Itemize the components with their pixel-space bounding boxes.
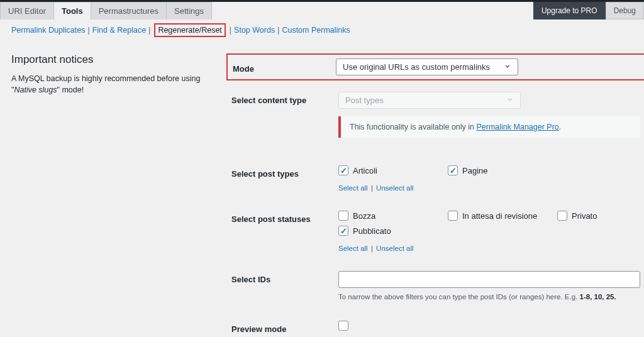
checkbox-privato[interactable]: Privato xyxy=(557,211,644,221)
notices-column: Important notices A MySQL backup is high… xyxy=(11,53,213,337)
mysql-backup-notice: A MySQL backup is highly recommended bef… xyxy=(11,74,213,96)
separator: | xyxy=(230,26,231,35)
post-types-row: Select post types Articoli Pagine Select… xyxy=(231,165,644,192)
content-type-select: Post types xyxy=(338,92,521,109)
mode-label: Mode xyxy=(233,60,336,74)
tab-settings[interactable]: Settings xyxy=(166,2,212,19)
post-statuses-helper: Select all | Unselect all xyxy=(338,245,644,252)
checkbox-in-attesa[interactable]: In attesa di revisione xyxy=(448,211,548,221)
post-types-label: Select post types xyxy=(231,165,338,179)
post-statuses-grid: Bozza In attesa di revisione Privato Pub… xyxy=(338,211,644,236)
preview-mode-label: Preview mode xyxy=(231,321,338,334)
main-content: Important notices A MySQL backup is high… xyxy=(0,41,644,337)
mode-select[interactable]: Use original URLs as custom permalinks xyxy=(336,58,518,75)
tab-tools[interactable]: Tools xyxy=(53,2,91,19)
permalink-manager-pro-link[interactable]: Permalink Manager Pro xyxy=(477,123,559,131)
checkbox-icon xyxy=(448,211,458,221)
checkbox-icon xyxy=(448,165,458,175)
checkbox-icon xyxy=(338,211,348,221)
post-statuses-row: Select post statuses Bozza In attesa di … xyxy=(231,211,644,252)
tab-debug[interactable]: Debug xyxy=(606,2,644,19)
content-type-select-value: Post types xyxy=(338,92,521,109)
post-types-grid: Articoli Pagine xyxy=(338,165,644,175)
separator: | xyxy=(277,26,279,35)
select-ids-description: To narrow the above filters you can type… xyxy=(338,292,644,302)
subnav-custom-permalinks[interactable]: Custom Permalinks xyxy=(282,26,350,35)
subnav-regenerate-active[interactable]: Regenerate/Reset xyxy=(154,23,225,37)
select-all-link[interactable]: Select all xyxy=(338,245,368,252)
tab-uri-editor[interactable]: URI Editor xyxy=(0,2,54,19)
unselect-all-link[interactable]: Unselect all xyxy=(376,245,413,252)
checkbox-icon xyxy=(338,165,348,175)
pro-only-notice: This functionality is available only in … xyxy=(338,116,640,138)
select-ids-input[interactable] xyxy=(338,271,640,288)
separator: | xyxy=(148,26,150,35)
separator: | xyxy=(87,26,89,35)
subnav-find-replace[interactable]: Find & Replace xyxy=(92,26,146,35)
checkbox-articoli[interactable]: Articoli xyxy=(338,165,439,175)
post-types-helper: Select all | Unselect all xyxy=(338,184,644,192)
notices-heading: Important notices xyxy=(11,53,213,66)
tab-upgrade-pro[interactable]: Upgrade to PRO xyxy=(533,2,606,19)
subnav-stop-words[interactable]: Stop Words xyxy=(234,26,275,35)
unselect-all-link[interactable]: Unselect all xyxy=(376,184,413,192)
content-type-label: Select content type xyxy=(231,92,338,105)
mode-select-value: Use original URLs as custom permalinks xyxy=(336,58,518,75)
mode-row-highlighted: Mode Use original URLs as custom permali… xyxy=(226,53,644,80)
checkbox-icon xyxy=(338,226,348,236)
checkbox-icon xyxy=(338,321,348,331)
checkbox-bozza[interactable]: Bozza xyxy=(338,211,439,221)
select-ids-label: Select IDs xyxy=(231,271,338,284)
checkbox-pagine[interactable]: Pagine xyxy=(448,165,548,175)
preview-mode-row: Preview mode Enable this option if you w… xyxy=(231,321,644,337)
checkbox-preview-mode[interactable] xyxy=(338,321,644,331)
checkbox-pubblicato[interactable]: Pubblicato xyxy=(338,226,439,236)
content-type-row: Select content type Post types This func… xyxy=(231,92,644,141)
select-all-link[interactable]: Select all xyxy=(338,184,368,192)
tab-permastructures[interactable]: Permastructures xyxy=(91,2,167,19)
primary-tabs: URI Editor Tools Permastructures Setting… xyxy=(0,2,644,19)
tools-subnav: Permalink Duplicates | Find & Replace | … xyxy=(0,19,644,41)
preview-mode-description: Enable this option if you want to review… xyxy=(338,334,644,337)
select-ids-row: Select IDs To narrow the above filters y… xyxy=(231,271,644,302)
subnav-duplicates[interactable]: Permalink Duplicates xyxy=(11,26,85,35)
form-column: Mode Use original URLs as custom permali… xyxy=(231,53,644,337)
post-statuses-label: Select post statuses xyxy=(231,211,338,224)
checkbox-icon xyxy=(557,211,567,221)
